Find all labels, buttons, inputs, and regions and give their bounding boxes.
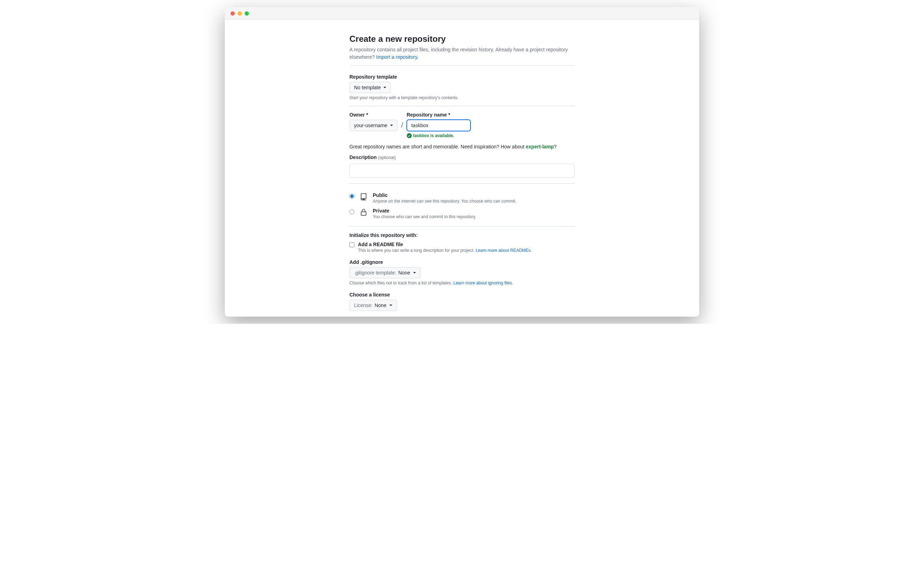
optional-tag: (optional) (378, 155, 396, 160)
public-title: Public (373, 192, 574, 198)
template-label: Repository template (350, 74, 574, 80)
gitignore-block: Add .gitignore .gitignore template: None… (350, 259, 574, 286)
public-desc: Anyone on the internet can see this repo… (373, 199, 574, 204)
visibility-private-row: Private You choose who can see and commi… (350, 206, 574, 221)
gitignore-learn-more-link[interactable]: Learn more about ignoring files. (453, 281, 513, 286)
gitignore-value: None (398, 269, 410, 276)
owner-column: Owner * your-username (350, 112, 398, 131)
public-content: Public Anyone on the internet can see th… (373, 192, 574, 204)
public-radio[interactable] (350, 194, 355, 199)
visibility-public-row: Public Anyone on the internet can see th… (350, 190, 574, 206)
browser-window: Create a new repository A repository con… (225, 7, 699, 317)
titlebar (225, 7, 699, 20)
initialize-section: Initialize this repository with: Add a R… (350, 227, 574, 317)
slash-separator: / (401, 121, 403, 129)
chevron-down-icon (383, 87, 386, 88)
suggested-name-link[interactable]: expert-lamp (526, 144, 554, 149)
readme-row: Add a README file (350, 241, 574, 247)
name-suggestion-text: Great repository names are short and mem… (350, 144, 574, 149)
minimize-icon[interactable] (238, 12, 242, 16)
availability-text: taskbox is available. (413, 133, 454, 138)
repo-name-input[interactable] (407, 120, 470, 131)
initialize-title: Initialize this repository with: (350, 232, 574, 238)
check-circle-icon (407, 133, 412, 138)
import-repository-link[interactable]: Import a repository. (376, 54, 419, 60)
license-value: None (375, 302, 386, 309)
repo-icon (359, 192, 368, 202)
page-title: Create a new repository (350, 34, 574, 44)
license-block: Choose a license License: None (350, 292, 574, 311)
chevron-down-icon (389, 305, 392, 306)
gitignore-helper: Choose which files not to track from a l… (350, 281, 574, 286)
template-value: No template (354, 84, 381, 91)
description-label: Description (optional) (350, 154, 574, 160)
readme-helper: This is where you can write a long descr… (358, 248, 574, 253)
owner-repo-row: Owner * your-username / Repository name … (350, 112, 574, 138)
gitignore-label: Add .gitignore (350, 259, 574, 265)
template-dropdown[interactable]: No template (350, 82, 391, 93)
svg-rect-0 (361, 212, 366, 215)
traffic-lights (231, 12, 249, 16)
page-subtitle: A repository contains all project files,… (350, 46, 574, 61)
availability-indicator: taskbox is available. (407, 133, 470, 138)
license-prefix: License: (354, 302, 373, 309)
form-container: Create a new repository A repository con… (350, 34, 574, 317)
private-content: Private You choose who can see and commi… (373, 208, 574, 219)
private-desc: You choose who can see and commit to thi… (373, 214, 574, 219)
private-title: Private (373, 208, 574, 213)
repo-name-column: Repository name * taskbox is available. (407, 112, 470, 138)
owner-label: Owner * (350, 112, 398, 117)
lock-icon (359, 208, 368, 218)
readme-learn-more-link[interactable]: Learn more about READMEs. (475, 248, 532, 253)
license-dropdown[interactable]: License: None (350, 300, 397, 311)
repo-name-label: Repository name * (407, 112, 470, 117)
readme-title: Add a README file (358, 241, 403, 247)
gitignore-dropdown[interactable]: .gitignore template: None (350, 267, 421, 278)
maximize-icon[interactable] (245, 12, 249, 16)
page-content: Create a new repository A repository con… (225, 20, 699, 317)
readme-checkbox[interactable] (350, 242, 355, 247)
license-label: Choose a license (350, 292, 574, 297)
description-input[interactable] (350, 164, 574, 178)
name-section: Owner * your-username / Repository name … (350, 106, 574, 183)
owner-value: your-username (354, 122, 387, 129)
owner-dropdown[interactable]: your-username (350, 120, 398, 131)
close-icon[interactable] (231, 12, 235, 16)
chevron-down-icon (413, 272, 416, 273)
gitignore-prefix: .gitignore template: (354, 269, 396, 276)
private-radio[interactable] (350, 209, 355, 214)
chevron-down-icon (390, 125, 393, 126)
template-helper: Start your repository with a template re… (350, 95, 574, 100)
template-section: Repository template No template Start yo… (350, 66, 574, 106)
visibility-section: Public Anyone on the internet can see th… (350, 184, 574, 226)
